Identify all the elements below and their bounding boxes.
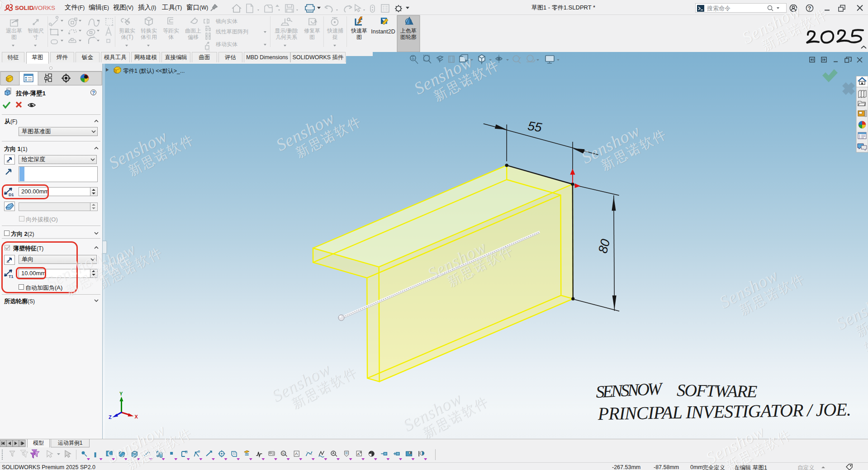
svg-text:N: N bbox=[282, 452, 285, 455]
svg-text:PRINCIPAL INVESTIGATOR / JOE.: PRINCIPAL INVESTIGATOR / JOE. bbox=[597, 399, 851, 424]
svg-text:Y: Y bbox=[119, 391, 123, 396]
svg-text:55: 55 bbox=[526, 118, 543, 135]
svg-text:A: A bbox=[295, 451, 298, 456]
svg-text:零件1 (默认) <<默认>_...: 零件1 (默认) <<默认>_... bbox=[123, 68, 185, 74]
svg-text:WORKS: WORKS bbox=[32, 5, 55, 11]
svg-text:SENSNOW: SENSNOW bbox=[595, 379, 664, 401]
svg-text:SOFTWARE: SOFTWARE bbox=[677, 381, 758, 401]
svg-text:A: A bbox=[357, 452, 360, 456]
svg-text:Z: Z bbox=[109, 414, 112, 420]
svg-text:?: ? bbox=[808, 5, 811, 12]
svg-text:X: X bbox=[135, 414, 138, 419]
svg-text:SOLID: SOLID bbox=[15, 5, 34, 11]
svg-text:80: 80 bbox=[596, 237, 613, 254]
